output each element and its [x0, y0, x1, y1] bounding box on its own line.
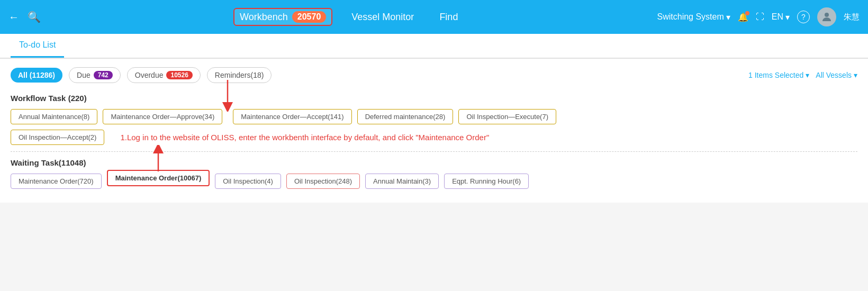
header-nav: Workbench 20570 Vessel Monitor Find [51, 7, 647, 27]
user-avatar-icon [820, 11, 833, 23]
vessel-monitor-label: Vessel Monitor [351, 12, 414, 22]
workflow-task-section: Workflow Task (220) Annual Maintenance(8… [11, 94, 857, 145]
switching-system-chevron-icon: ▾ [726, 12, 730, 22]
waiting-task-tags: Maintenance Order(720) Maintenance Order… [11, 174, 857, 189]
help-button[interactable]: ? [797, 11, 810, 23]
workbench-count-badge: 20570 [292, 11, 327, 23]
filter-all-button[interactable]: All (11286) [11, 68, 62, 83]
tag-maintenance-order-720[interactable]: Maintenance Order(720) [11, 174, 102, 189]
tag-eqpt-running-hour-6[interactable]: Eqpt. Running Hour(6) [444, 174, 529, 189]
main-content: To-do List All (11286) Due 742 Overdue 1… [0, 34, 868, 203]
search-icon[interactable]: 🔍 [28, 11, 41, 23]
avatar[interactable] [817, 7, 836, 26]
workbench-label: Workbench [240, 12, 288, 23]
tag-oil-inspection-248[interactable]: Oil Inspection(248) [286, 174, 360, 189]
tag-maintenance-order-accept[interactable]: Maintenance Order—Accept(141) [233, 109, 351, 124]
items-selected-chevron-icon: ▾ [806, 71, 809, 79]
switching-system-menu[interactable]: Switching System ▾ [657, 12, 730, 22]
header-right: Switching System ▾ 🔔 ⛶ EN ▾ ? 朱慧 [657, 7, 860, 26]
all-vessels-label: All Vessels [816, 71, 852, 79]
page-body: All (11286) Due 742 Overdue 10526 Remind… [0, 59, 868, 203]
find-label: Find [439, 12, 458, 22]
switching-system-label: Switching System [657, 12, 724, 22]
user-name: 朱慧 [844, 12, 860, 22]
back-icon[interactable]: ← [8, 11, 19, 23]
tag-annual-maintenance[interactable]: Annual Maintenance(8) [11, 109, 97, 124]
due-label: Due [77, 71, 91, 79]
items-selected-label: 1 Items Selected [748, 71, 803, 79]
tag-deferred-maintenance[interactable]: Deferred maintenance(28) [357, 109, 454, 124]
filter-due-button[interactable]: Due 742 [69, 67, 121, 83]
language-selector[interactable]: EN ▾ [772, 12, 790, 22]
workflow-tags-row1: Annual Maintenance(8) Maintenance Order—… [11, 109, 857, 124]
tag-maintenance-order-10067[interactable]: Maintenance Order(10067) [107, 170, 210, 186]
down-arrow-icon [222, 80, 233, 112]
language-chevron-icon: ▾ [785, 12, 790, 22]
due-badge: 742 [94, 71, 113, 79]
waiting-task-section: Waiting Task(11048) Maintenance Order(72… [11, 158, 857, 189]
header-left: ← 🔍 [8, 11, 41, 23]
filter-reminders-button[interactable]: Reminders(18) [207, 67, 272, 83]
all-vessels-chevron-icon: ▾ [854, 71, 857, 79]
tag-maintenance-order-approve[interactable]: Maintenance Order—Approve(34) [103, 109, 222, 124]
filter-right: 1 Items Selected ▾ All Vessels ▾ [748, 71, 857, 79]
items-selected-control[interactable]: 1 Items Selected ▾ [748, 71, 809, 79]
fullscreen-toggle[interactable]: ⛶ [756, 12, 764, 22]
tag-oil-inspection-accept[interactable]: Oil Inspection—Accept(2) [11, 130, 104, 145]
nav-find[interactable]: Find [433, 7, 464, 27]
language-label: EN [772, 12, 783, 22]
notification-bell[interactable]: 🔔 [738, 12, 748, 22]
svg-point-0 [825, 13, 829, 17]
nav-workbench[interactable]: Workbench 20570 [233, 8, 332, 26]
instruction-text: 1.Log in to the website of OLISS, enter … [120, 133, 489, 142]
tag-annual-maintain-3[interactable]: Annual Maintain(3) [365, 174, 439, 189]
filter-overdue-button[interactable]: Overdue 10526 [127, 67, 201, 83]
highlighted-tag-wrapper: Maintenance Order(10067) [107, 174, 210, 189]
help-icon: ? [801, 13, 806, 21]
waiting-task-title: Waiting Task(11048) [11, 158, 857, 167]
all-vessels-control[interactable]: All Vessels ▾ [816, 71, 857, 79]
up-arrow-icon [153, 145, 164, 171]
notification-dot [745, 11, 749, 15]
header: ← 🔍 Workbench 20570 Vessel Monitor Find … [0, 0, 868, 34]
overdue-badge: 10526 [166, 71, 192, 79]
workflow-task-title: Workflow Task (220) [11, 94, 857, 103]
tab-todo-list[interactable]: To-do List [11, 34, 64, 58]
overdue-label: Overdue [135, 71, 164, 79]
filter-bar: All (11286) Due 742 Overdue 10526 Remind… [11, 67, 857, 83]
tabs-header: To-do List [0, 34, 868, 59]
tag-oil-inspection-4[interactable]: Oil Inspection(4) [215, 174, 281, 189]
nav-vessel-monitor[interactable]: Vessel Monitor [345, 7, 420, 27]
tag-oil-inspection-execute[interactable]: Oil Inspection—Execute(7) [458, 109, 556, 124]
section-divider [11, 151, 857, 152]
workflow-tags-row2: Oil Inspection—Accept(2) 1.Log in to the… [11, 130, 857, 145]
